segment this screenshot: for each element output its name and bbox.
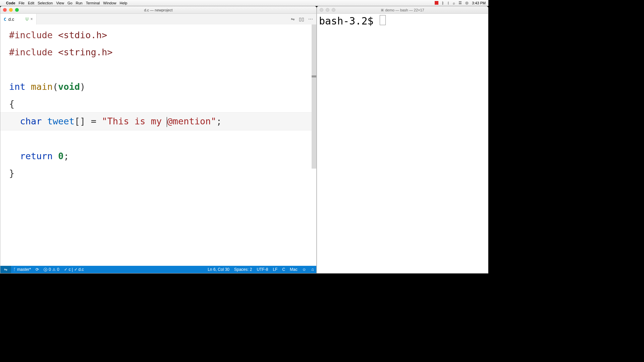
menu-run[interactable]: Run bbox=[76, 1, 83, 5]
spotlight-icon[interactable]: ⌕ bbox=[453, 1, 455, 5]
menubar-app-name[interactable]: Code bbox=[6, 1, 15, 5]
code-indent bbox=[9, 116, 20, 126]
shell-prompt: bash-3.2$ bbox=[319, 15, 374, 27]
vscode-titlebar[interactable]: d.c — newproject bbox=[0, 6, 316, 14]
cursor-position[interactable]: Ln 6, Col 30 bbox=[205, 267, 232, 272]
scrollbar-thumb[interactable] bbox=[312, 75, 316, 77]
code-token: void bbox=[58, 81, 80, 92]
os-indicator[interactable]: Mac bbox=[287, 267, 300, 272]
status-bar: ⇋ ᚴmaster* ⟳ ×0 ⚠0 ✓c | ✓ d.c Ln 6, Col … bbox=[0, 266, 316, 273]
problems-button[interactable]: ×0 ⚠0 bbox=[41, 267, 61, 272]
code-token: ; bbox=[64, 151, 69, 161]
git-branch[interactable]: ᚴmaster* bbox=[11, 267, 33, 272]
folder-icon: ▣ bbox=[381, 8, 384, 12]
code-token: <string.h> bbox=[53, 47, 113, 57]
menu-edit[interactable]: Edit bbox=[28, 1, 34, 5]
code-token: tweet bbox=[42, 116, 75, 126]
terminal-window: ▣demo — bash — 22×17 bash-3.2$ bbox=[317, 6, 488, 274]
code-token: "This is my bbox=[102, 116, 167, 126]
terminal-title-text: demo — bash — 22×17 bbox=[385, 8, 424, 12]
vscode-window-title: d.c — newproject bbox=[0, 8, 316, 12]
code-token: [] bbox=[74, 116, 91, 126]
bell-icon: ♫ bbox=[311, 267, 314, 272]
code-token: #include bbox=[9, 30, 53, 40]
wifi-icon[interactable]: ⧙ bbox=[447, 1, 449, 5]
indentation[interactable]: Spaces: 2 bbox=[232, 267, 254, 272]
warning-count: 0 bbox=[57, 267, 59, 272]
code-indent bbox=[9, 151, 20, 161]
terminal-titlebar[interactable]: ▣demo — bash — 22×17 bbox=[317, 6, 488, 14]
screen-record-icon[interactable] bbox=[435, 1, 438, 5]
code-token: char bbox=[20, 116, 42, 126]
menu-window[interactable]: Window bbox=[103, 1, 116, 5]
feedback-button[interactable]: ☺ bbox=[300, 267, 309, 272]
terminal-cursor bbox=[380, 15, 386, 25]
lint-text: c | ✓ d.c bbox=[69, 267, 84, 272]
menu-terminal[interactable]: Terminal bbox=[86, 1, 100, 5]
remote-button[interactable]: ⇋ bbox=[0, 266, 11, 273]
eol[interactable]: LF bbox=[270, 267, 280, 272]
language-mode[interactable]: C bbox=[280, 267, 287, 272]
code-token: <stdio.h> bbox=[53, 30, 107, 40]
editor-tab-dc[interactable]: C d.c U × bbox=[0, 14, 37, 24]
tab-modified-badge: U bbox=[25, 17, 29, 21]
control-center-icon[interactable]: ☰ bbox=[459, 1, 462, 5]
code-token: return bbox=[20, 151, 53, 161]
error-icon: × bbox=[44, 268, 47, 272]
code-token: } bbox=[9, 168, 14, 178]
error-count: 0 bbox=[49, 267, 51, 272]
menu-view[interactable]: View bbox=[56, 1, 64, 5]
c-file-icon: C bbox=[4, 17, 6, 22]
code-token: ; bbox=[216, 116, 222, 126]
source-control-icon[interactable]: ⇋ bbox=[291, 16, 295, 22]
code-token: ( bbox=[53, 81, 58, 92]
mac-menubar: Code File Edit Selection View Go Run Ter… bbox=[0, 0, 488, 6]
code-token: ) bbox=[80, 81, 85, 92]
notifications-button[interactable]: ♫ bbox=[309, 267, 316, 272]
feedback-icon: ☺ bbox=[302, 267, 306, 272]
terminal-window-title: ▣demo — bash — 22×17 bbox=[317, 8, 488, 12]
terminal-body[interactable]: bash-3.2$ bbox=[317, 14, 488, 273]
encoding[interactable]: UTF-8 bbox=[254, 267, 270, 272]
lint-status[interactable]: ✓c | ✓ d.c bbox=[62, 267, 86, 272]
code-token: main bbox=[25, 81, 53, 92]
check-icon: ✓ bbox=[64, 267, 67, 272]
branch-icon: ᚴ bbox=[13, 267, 16, 272]
menu-selection[interactable]: Selection bbox=[38, 1, 53, 5]
sync-icon: ⟳ bbox=[36, 267, 39, 272]
code-editor[interactable]: #include <stdio.h> #include <string.h> i… bbox=[0, 24, 316, 266]
more-actions-icon[interactable]: ⋯ bbox=[308, 16, 313, 22]
code-token: { bbox=[9, 99, 14, 109]
menubar-clock[interactable]: 3:43 PM bbox=[472, 1, 486, 5]
code-token: @mention" bbox=[167, 116, 216, 126]
code-token: = bbox=[91, 116, 102, 126]
tab-close-button[interactable]: × bbox=[31, 17, 33, 21]
code-token: int bbox=[9, 81, 25, 92]
menu-help[interactable]: Help bbox=[120, 1, 127, 5]
split-editor-icon[interactable]: ▯▯ bbox=[299, 16, 304, 22]
menu-go[interactable]: Go bbox=[67, 1, 72, 5]
code-token: 0 bbox=[53, 151, 64, 161]
vscode-window: d.c — newproject C d.c U × ⇋ ▯▯ ⋯ #inclu… bbox=[0, 6, 317, 274]
editor-tabbar: C d.c U × ⇋ ▯▯ ⋯ bbox=[0, 14, 316, 24]
warning-icon: ⚠ bbox=[52, 267, 56, 272]
remote-icon: ⇋ bbox=[4, 267, 7, 272]
tab-filename: d.c bbox=[8, 17, 14, 22]
branch-name: master* bbox=[17, 267, 31, 272]
sync-button[interactable]: ⟳ bbox=[33, 267, 41, 272]
bluetooth-icon[interactable]: ᛒ bbox=[442, 1, 444, 5]
editor-scrollbar[interactable] bbox=[312, 24, 316, 169]
menu-file[interactable]: File bbox=[19, 1, 25, 5]
code-token: #include bbox=[9, 47, 53, 57]
siri-icon[interactable]: ◎ bbox=[465, 1, 469, 5]
